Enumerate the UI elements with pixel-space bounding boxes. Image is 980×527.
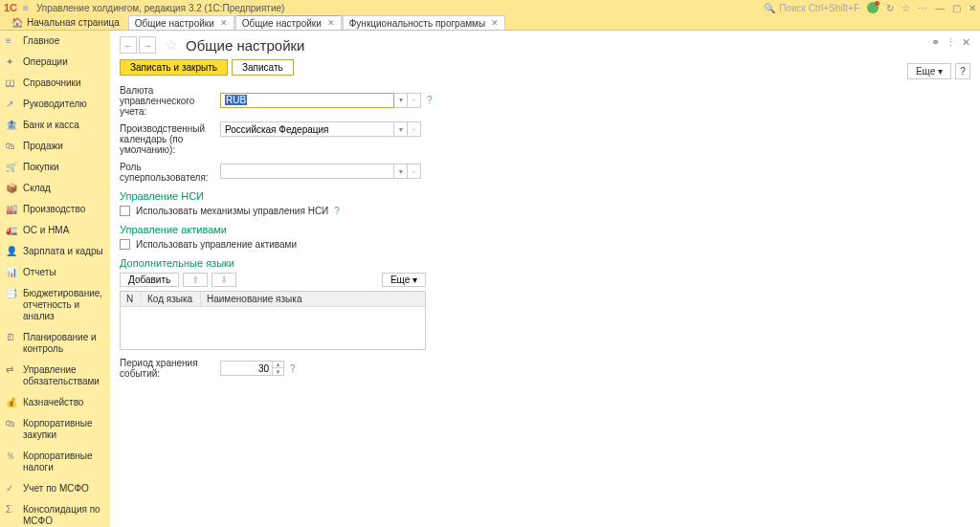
sidebar-item[interactable]: ✦Операции [0, 52, 110, 73]
link-icon[interactable]: ⚭ [931, 36, 940, 49]
sidebar-item-label: Отчеты [23, 267, 104, 278]
sidebar-item[interactable]: ≡Главное [0, 31, 110, 52]
save-close-button[interactable]: Записать и закрыть [120, 59, 228, 76]
tab-item[interactable]: Общие настройки ✕ [128, 15, 234, 30]
sidebar-item-label: Продажи [23, 141, 104, 152]
sidebar-item[interactable]: 🏭Производство [0, 199, 110, 220]
tab-item-active[interactable]: Общие настройки ✕ [235, 15, 342, 30]
calendar-input[interactable] [220, 121, 394, 137]
settings-icon[interactable]: ⋯ [918, 3, 927, 13]
assets-checkbox[interactable] [120, 239, 130, 250]
title-bar: 1С ≡ Управление холдингом, редакция 3.2 … [0, 0, 980, 15]
sidebar-item-label: Бюджетирование, отчетность и анализ [23, 288, 104, 322]
sidebar-item[interactable]: ✓Учет по МСФО [0, 478, 110, 499]
global-search[interactable]: 🔍 Поиск Ctrl+Shift+F [764, 3, 859, 13]
sidebar-item-icon: 📑 [6, 288, 17, 299]
spinner-down-icon[interactable]: ▼ [273, 368, 284, 376]
sidebar-item[interactable]: ⇄Управление обязательствами [0, 360, 110, 392]
sidebar-item-icon: 🚛 [6, 225, 17, 236]
sidebar-item[interactable]: 🕮Справочники [0, 73, 110, 94]
minimize-icon[interactable]: — [935, 3, 945, 13]
sidebar-item-label: Планирование и контроль [23, 332, 104, 355]
search-placeholder: Поиск Ctrl+Shift+F [779, 3, 859, 13]
open-ref-icon[interactable]: ▫ [408, 93, 421, 108]
favorite-icon[interactable]: ☆ [166, 37, 178, 53]
tab-close-icon[interactable]: ✕ [220, 18, 228, 28]
more-button[interactable]: Еще ▾ [907, 63, 951, 79]
move-up-button[interactable]: ⬆ [183, 273, 208, 287]
sidebar-item-icon: 👤 [6, 246, 17, 257]
sidebar-item-label: Учет по МСФО [23, 483, 104, 494]
sidebar-item[interactable]: 🚛ОС и НМА [0, 220, 110, 241]
assets-checkbox-label: Использовать управление активами [136, 239, 297, 250]
page-title: Общие настройки [186, 37, 305, 54]
sidebar-item[interactable]: 🛍Корпоративные закупки [0, 413, 110, 446]
maximize-icon[interactable]: ▢ [952, 3, 961, 13]
open-ref-icon[interactable]: ▫ [408, 121, 421, 137]
sidebar-item-label: Корпоративные закупки [23, 418, 104, 441]
nav-forward-button[interactable]: → [139, 36, 156, 54]
nsi-checkbox[interactable] [120, 206, 130, 216]
sidebar-item-icon: 🛒 [6, 162, 17, 173]
more-icon[interactable]: ⋮ [946, 36, 956, 49]
nav-back-button[interactable]: ← [120, 36, 137, 54]
help-button[interactable]: ? [955, 63, 970, 79]
tab-home[interactable]: 🏠 Начальная страница [4, 15, 127, 31]
nsi-checkbox-label: Использовать механизмы управления НСИ [136, 206, 328, 216]
sidebar-item-label: Зарплата и кадры [23, 246, 104, 257]
spinner-up-icon[interactable]: ▲ [273, 361, 284, 368]
tab-label: Общие настройки [242, 18, 322, 29]
tab-item[interactable]: Функциональность программы ✕ [343, 15, 505, 30]
dropdown-icon[interactable]: ▾ [394, 164, 408, 179]
sidebar-item[interactable]: 📊Отчеты [0, 262, 110, 283]
superuser-input[interactable] [220, 164, 394, 179]
langs-more-button[interactable]: Еще ▾ [382, 273, 426, 287]
section-nsi-title: Управление НСИ [120, 190, 970, 202]
field-help-icon[interactable]: ? [427, 95, 433, 105]
sidebar-item-label: Консолидация по МСФО [23, 504, 104, 527]
col-name: Наименование языка [201, 292, 425, 306]
page-close-icon[interactable]: ✕ [962, 36, 970, 49]
save-button[interactable]: Записать [232, 59, 294, 76]
sidebar-item-icon: 💰 [6, 397, 17, 408]
dropdown-icon[interactable]: ▾ [394, 93, 408, 108]
sidebar-item-icon: 📊 [6, 267, 17, 278]
history-icon[interactable]: ↻ [886, 3, 894, 13]
star-icon[interactable]: ☆ [902, 3, 910, 13]
sidebar-item[interactable]: 🏦Банк и касса [0, 115, 110, 136]
tab-close-icon[interactable]: ✕ [327, 18, 335, 28]
retention-input[interactable] [220, 361, 273, 376]
open-ref-icon[interactable]: ▫ [408, 164, 421, 179]
sidebar-item-label: Казначейство [23, 397, 104, 408]
sidebar-item[interactable]: 📦Склад [0, 178, 110, 199]
notifications-icon[interactable] [867, 2, 879, 13]
move-down-button[interactable]: ⬇ [212, 273, 236, 287]
dropdown-icon[interactable]: ▾ [394, 121, 408, 137]
sidebar-item[interactable]: 👤Зарплата и кадры [0, 241, 110, 262]
field-help-icon[interactable]: ? [334, 206, 340, 216]
sidebar-item[interactable]: 🛍Продажи [0, 136, 110, 157]
sidebar-item-label: Управление обязательствами [23, 364, 104, 387]
sidebar-item-label: Операции [23, 56, 104, 68]
sidebar-item[interactable]: ％Корпоративные налоги [0, 446, 110, 478]
sidebar-item[interactable]: ↗Руководителю [0, 94, 110, 115]
sidebar-item[interactable]: 💰Казначейство [0, 392, 110, 413]
sidebar-item-label: Покупки [23, 162, 104, 173]
field-help-icon[interactable]: ? [290, 363, 296, 374]
currency-input[interactable]: RUB [220, 93, 394, 108]
sidebar-item[interactable]: 📑Бюджетирование, отчетность и анализ [0, 283, 110, 327]
main-menu-icon[interactable]: ≡ [23, 3, 29, 13]
sidebar-item[interactable]: 🗓Планирование и контроль [0, 327, 110, 360]
langs-table[interactable]: N Код языка Наименование языка [120, 291, 426, 350]
add-lang-button[interactable]: Добавить [120, 273, 179, 287]
close-icon[interactable]: ✕ [969, 3, 976, 13]
sidebar-item-icon: 📦 [6, 183, 17, 194]
sidebar-item[interactable]: ΣКонсолидация по МСФО [0, 499, 110, 527]
tabs-bar: 🏠 Начальная страница Общие настройки ✕ О… [0, 15, 980, 31]
section-langs-title: Дополнительные языки [120, 257, 970, 269]
sidebar-item-icon: ⇄ [6, 364, 17, 376]
sidebar-item-icon: ✓ [6, 483, 17, 494]
sidebar-item[interactable]: 🛒Покупки [0, 157, 110, 178]
sidebar-item-icon: 🗓 [6, 332, 17, 343]
tab-close-icon[interactable]: ✕ [491, 18, 499, 28]
